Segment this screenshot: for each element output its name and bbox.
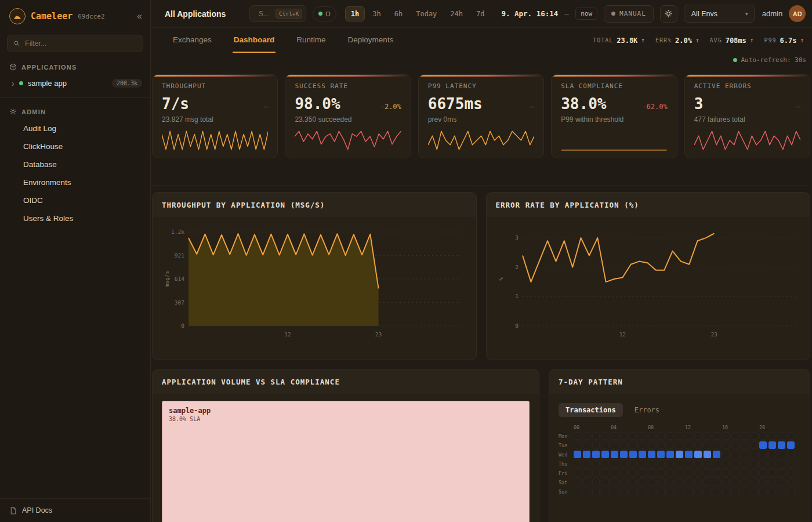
- kpi-sparkline: [428, 129, 534, 151]
- sidebar-spacer: [0, 227, 150, 498]
- heatmap-cell: [648, 460, 655, 467]
- heatmap-cell: [648, 441, 655, 449]
- avatar[interactable]: AD: [789, 5, 806, 22]
- now-chip[interactable]: now: [575, 8, 597, 20]
- applications-section-header: APPLICATIONS: [0, 53, 150, 75]
- heatmap-cell: [629, 488, 637, 495]
- kpi-card-success-rate: SUCCESS RATE 98.0% -2.0% 23.350 succeede…: [285, 74, 411, 158]
- kpi-delta: –: [796, 103, 800, 111]
- kpi-label: SUCCESS RATE: [295, 82, 401, 90]
- heatmap-cell: [741, 441, 748, 449]
- status-pill-label: O: [325, 10, 331, 17]
- sidebar-item-database[interactable]: Database: [0, 155, 150, 173]
- heatmap-cell: [629, 451, 637, 458]
- range-button-24h[interactable]: 24h: [444, 6, 469, 21]
- kpi-card-p99-latency: P99 LATENCY 6675ms – prev 0ms: [418, 74, 544, 158]
- sidebar-item-users-roles[interactable]: Users & Roles: [0, 209, 150, 227]
- tab-dashboard[interactable]: Dashboard: [233, 28, 276, 53]
- tab-exchanges[interactable]: Exchanges: [172, 28, 213, 53]
- charts-row: THROUGHPUT BY APPLICATION (MSG/S) 030761…: [152, 192, 810, 360]
- sun-icon: [664, 9, 673, 18]
- svg-text:msg/s: msg/s: [164, 271, 170, 288]
- heatmap-cell: [713, 488, 720, 495]
- kpi-label: THROUGHPUT: [162, 82, 268, 90]
- up-arrow-icon: ↑: [641, 37, 645, 44]
- sidebar-item-environments[interactable]: Environments: [0, 173, 150, 191]
- range-button-6h[interactable]: 6h: [389, 6, 408, 21]
- heatmap-cell: [750, 460, 757, 467]
- kpi-gradient-bar: [552, 75, 676, 77]
- api-docs-link[interactable]: API Docs: [0, 498, 150, 522]
- up-arrow-icon: ↑: [800, 37, 804, 44]
- heatmap-cell: [685, 469, 693, 477]
- sidebar-item-sample-app[interactable]: › sample app 208.3k: [0, 75, 150, 92]
- heatmap-cell: [759, 488, 767, 495]
- svg-text:23: 23: [375, 331, 382, 338]
- heatmap-cell: [657, 432, 665, 440]
- env-select[interactable]: All Envs ▾: [684, 5, 755, 23]
- heatmap-cell: [713, 460, 720, 467]
- collapse-sidebar-button[interactable]: «: [137, 12, 142, 21]
- heatmap-cell: [787, 432, 795, 440]
- sidebar-item-clickhouse[interactable]: ClickHouse: [0, 137, 150, 155]
- heatmap-cell: [592, 478, 600, 486]
- heatmap-cell: [611, 469, 618, 477]
- kpi-subtext: 477 failures total: [694, 115, 800, 124]
- heatmap-cell: [592, 460, 600, 467]
- heatmap-cell: [639, 469, 646, 477]
- tab-deployments[interactable]: Deployments: [347, 28, 395, 53]
- panel-title: 7-DAY PATTERN: [549, 369, 810, 394]
- bottom-row: APPLICATION VOLUME VS SLA COMPLIANCE sam…: [152, 369, 810, 522]
- heatmap-cell: [648, 469, 655, 477]
- range-button-1h[interactable]: 1h: [345, 6, 365, 21]
- range-button-3h[interactable]: 3h: [367, 6, 386, 21]
- stat-value: 6.7s: [780, 37, 796, 45]
- kpi-row: THROUGHPUT 7/s – 23.827 msg total SUCCES…: [152, 74, 810, 158]
- range-separator: —: [564, 9, 569, 18]
- manual-status-dot: [611, 12, 615, 16]
- app-name: sample app: [28, 79, 67, 88]
- env-select-value: All Envs: [691, 10, 717, 18]
- heatmap-cell: [629, 432, 637, 440]
- document-icon: [9, 507, 17, 514]
- svg-text:307: 307: [175, 299, 184, 306]
- kpi-delta: –: [530, 103, 534, 111]
- stat-label: P99: [764, 37, 776, 44]
- topbar: All Applications Ctrl+K O 1h 3h 6h Today…: [151, 0, 812, 28]
- manual-refresh-button[interactable]: MANUAL: [604, 5, 654, 23]
- heatmap-cell: [778, 488, 785, 495]
- tab-runtime[interactable]: Runtime: [295, 28, 327, 53]
- heatmap-hour-label: 00: [574, 425, 611, 430]
- heatmap-cell: [657, 488, 665, 495]
- heatmap-cell: [722, 469, 730, 477]
- heatmap-day-label: Sat: [559, 480, 571, 485]
- theme-toggle[interactable]: [660, 5, 677, 23]
- heatmap-cell: [731, 488, 739, 495]
- filter-input[interactable]: [25, 39, 137, 48]
- heatmap-cell: [601, 469, 609, 477]
- heatmap-cell: [592, 488, 600, 495]
- heatmap-cell: [787, 469, 795, 477]
- heatmap-cell: [731, 432, 739, 440]
- treemap-node-sample-app[interactable]: sample-app 38.0% SLA: [162, 401, 530, 522]
- pattern-tab-errors[interactable]: Errors: [628, 403, 666, 417]
- range-button-7d[interactable]: 7d: [470, 6, 490, 21]
- heatmap-cell: [713, 478, 720, 486]
- sidebar-item-oidc[interactable]: OIDC: [0, 191, 150, 209]
- kpi-card-sla-compliance: SLA COMPLIANCE 38.0% -62.0% P99 within t…: [551, 74, 677, 158]
- kpi-delta: -62.0%: [642, 103, 667, 111]
- heatmap-cell: [768, 478, 776, 486]
- heatmap-hour-label: 08: [648, 425, 685, 430]
- heatmap-day-label: Sun: [559, 489, 571, 495]
- time-range-group: 1h 3h 6h Today 24h 7d: [345, 6, 491, 21]
- app-root: Cameleer 69dcce2 « APPLICATIONS › sample…: [0, 0, 812, 522]
- heatmap-cell: [741, 460, 748, 467]
- heatmap-cell: [778, 441, 785, 449]
- heatmap-cell: [592, 432, 600, 440]
- heatmap-cell: [601, 432, 609, 440]
- sidebar-item-audit-log[interactable]: Audit Log: [0, 119, 150, 137]
- pattern-tab-transactions[interactable]: Transactions: [559, 403, 623, 417]
- range-button-today[interactable]: Today: [410, 6, 443, 21]
- throughput-chart: 03076149211.2k1223msg/s: [162, 225, 466, 341]
- search-input[interactable]: [259, 10, 273, 18]
